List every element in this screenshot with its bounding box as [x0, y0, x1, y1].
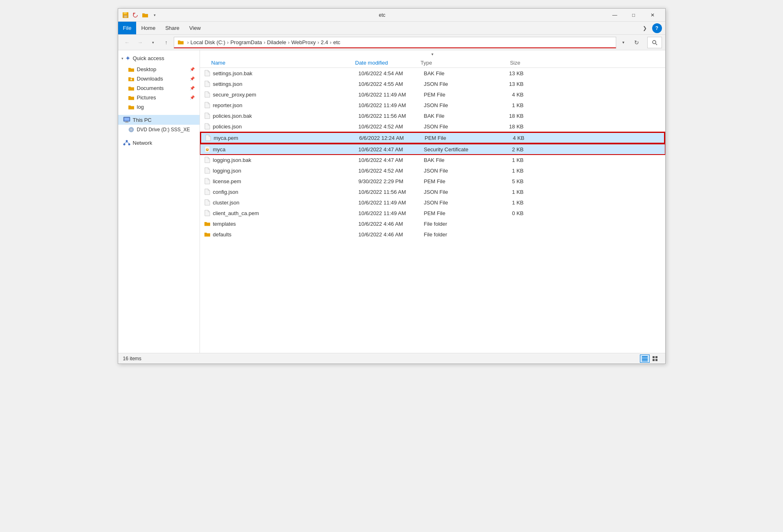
sidebar-item-documents[interactable]: Documents 📌 [118, 83, 200, 93]
table-row[interactable]: policies.json10/6/2022 4:52 AMJSON File1… [200, 121, 665, 132]
table-row[interactable]: secure_proxy.pem10/6/2022 11:49 AMPEM Fi… [200, 89, 665, 100]
help-button[interactable]: ? [652, 23, 662, 33]
file-size: 18 KB [489, 113, 530, 119]
svg-rect-21 [642, 357, 648, 358]
file-name: myca [213, 146, 359, 153]
table-row[interactable]: license.pem9/30/2022 2:29 PMPEM File5 KB [200, 176, 665, 186]
file-size: 1 KB [489, 168, 530, 174]
large-icons-view-button[interactable] [651, 355, 660, 363]
address-bar: ← → ▾ ↑ › Local Disk (C:) › ProgramData … [118, 35, 665, 50]
up-button[interactable]: ↑ [161, 37, 172, 48]
table-row[interactable]: config.json10/6/2022 11:56 AMJSON File1 … [200, 186, 665, 197]
file-size: 13 KB [489, 70, 530, 76]
file-size: 1 KB [489, 102, 530, 108]
table-row[interactable]: settings.json10/6/2022 4:55 AMJSON File1… [200, 79, 665, 89]
sidebar-item-downloads[interactable]: Downloads 📌 [118, 74, 200, 83]
path-separator-3: › [288, 39, 289, 45]
col-header-name[interactable]: Name [200, 60, 355, 66]
table-row[interactable]: myca.pem6/6/2022 12:24 AMPEM File4 KB [201, 132, 664, 143]
dropdown-arrow-icon[interactable]: ▾ [151, 11, 159, 19]
file-size: 0 KB [489, 210, 530, 216]
sidebar-this-pc-label: This PC [133, 117, 195, 123]
col-header-date[interactable]: Date modified [355, 60, 421, 66]
path-programdata[interactable]: ProgramData [230, 39, 262, 45]
sidebar-item-this-pc[interactable]: This PC [118, 115, 200, 125]
svg-rect-26 [653, 359, 655, 361]
sidebar-network-label: Network [133, 140, 195, 146]
svg-rect-22 [642, 359, 648, 360]
table-row[interactable]: myca10/6/2022 4:47 AMSecurity Certificat… [200, 144, 665, 155]
address-path[interactable]: › Local Disk (C:) › ProgramData › Dilade… [174, 37, 616, 48]
ribbon-chevron-button[interactable]: ❯ [639, 23, 651, 33]
sidebar-item-network[interactable]: Network [118, 138, 200, 148]
svg-rect-25 [655, 356, 657, 358]
menu-file[interactable]: File [118, 22, 137, 34]
pin-icon-pictures: 📌 [190, 95, 195, 100]
table-row[interactable]: client_auth_ca.pem10/6/2022 11:49 AMPEM … [200, 208, 665, 218]
expand-arrow[interactable]: ▾ [200, 50, 665, 58]
file-size: 1 KB [489, 200, 530, 206]
sidebar-item-desktop[interactable]: Desktop 📌 [118, 65, 200, 74]
file-date: 10/6/2022 11:49 AM [359, 102, 424, 108]
file-size: 1 KB [489, 189, 530, 195]
forward-button[interactable]: → [135, 37, 146, 48]
sidebar-item-dvd[interactable]: DVD Drive (D:) SSS_XE [118, 125, 200, 135]
file-icon [203, 69, 211, 77]
quick-access-chevron: ▾ [121, 56, 123, 61]
refresh-button[interactable]: ↻ [631, 37, 642, 48]
nav-dropdown-button[interactable]: ▾ [148, 37, 159, 48]
file-icon [203, 90, 211, 99]
maximize-button[interactable]: □ [624, 9, 643, 22]
svg-point-4 [653, 40, 656, 44]
pin-icon-desktop: 📌 [190, 67, 195, 72]
path-webproxy[interactable]: WebProxy [291, 39, 316, 45]
path-diladele[interactable]: Diladele [267, 39, 286, 45]
path-24[interactable]: 2.4 [321, 39, 328, 45]
table-row[interactable]: reporter.json10/6/2022 11:49 AMJSON File… [200, 100, 665, 110]
close-button[interactable]: ✕ [643, 9, 662, 22]
file-date: 10/6/2022 4:52 AM [359, 168, 424, 174]
file-name: secure_proxy.pem [213, 92, 359, 98]
sidebar: ▾ ✦ Quick access Desktop 📌 Downloads 📌 D… [118, 50, 200, 353]
table-row[interactable]: policies.json.bak10/6/2022 11:56 AMBAK F… [200, 110, 665, 121]
table-row[interactable]: settings.json.bak10/6/2022 4:54 AMBAK Fi… [200, 68, 665, 79]
file-type: JSON File [424, 168, 489, 174]
table-row[interactable]: defaults10/6/2022 4:46 AMFile folder [200, 229, 665, 240]
pictures-folder-icon [128, 95, 135, 101]
address-dropdown-button[interactable]: ▾ [618, 37, 629, 48]
table-row[interactable]: templates10/6/2022 4:46 AMFile folder [200, 218, 665, 229]
highlight-group: myca.pem6/6/2022 12:24 AMPEM File4 KB [200, 132, 665, 144]
menu-view[interactable]: View [184, 22, 206, 34]
details-view-button[interactable] [640, 355, 650, 363]
quick-access-header[interactable]: ▾ ✦ Quick access [118, 52, 200, 65]
file-name: templates [213, 221, 359, 227]
file-icon [203, 156, 211, 164]
file-icon [203, 209, 211, 217]
sidebar-item-pictures[interactable]: Pictures 📌 [118, 93, 200, 102]
file-type: BAK File [424, 70, 489, 76]
file-icon [203, 198, 211, 207]
svg-rect-20 [642, 356, 648, 357]
table-row[interactable]: logging.json10/6/2022 4:52 AMJSON File1 … [200, 165, 665, 176]
file-icon [203, 230, 211, 238]
file-date: 10/6/2022 11:56 AM [359, 113, 424, 119]
file-icon [203, 145, 211, 153]
search-button[interactable] [647, 37, 662, 48]
col-header-type[interactable]: Type [421, 60, 486, 66]
table-row[interactable]: cluster.json10/6/2022 11:49 AMJSON File1… [200, 197, 665, 208]
path-local-disk[interactable]: Local Disk (C:) [191, 39, 225, 45]
path-etc[interactable]: etc [333, 39, 340, 45]
svg-rect-27 [655, 359, 657, 361]
file-size: 4 KB [490, 135, 531, 141]
menu-share[interactable]: Share [160, 22, 184, 34]
file-name: settings.json.bak [213, 70, 359, 76]
status-bar: 16 items [118, 353, 665, 364]
minimize-button[interactable]: — [606, 9, 624, 22]
sidebar-item-log[interactable]: log [118, 102, 200, 112]
svg-rect-23 [642, 360, 648, 361]
back-button[interactable]: ← [121, 37, 133, 48]
file-name: settings.json [213, 81, 359, 87]
menu-home[interactable]: Home [136, 22, 160, 34]
table-row[interactable]: logging.json.bak10/6/2022 4:47 AMBAK Fil… [200, 155, 665, 165]
col-header-size[interactable]: Size [486, 60, 527, 66]
